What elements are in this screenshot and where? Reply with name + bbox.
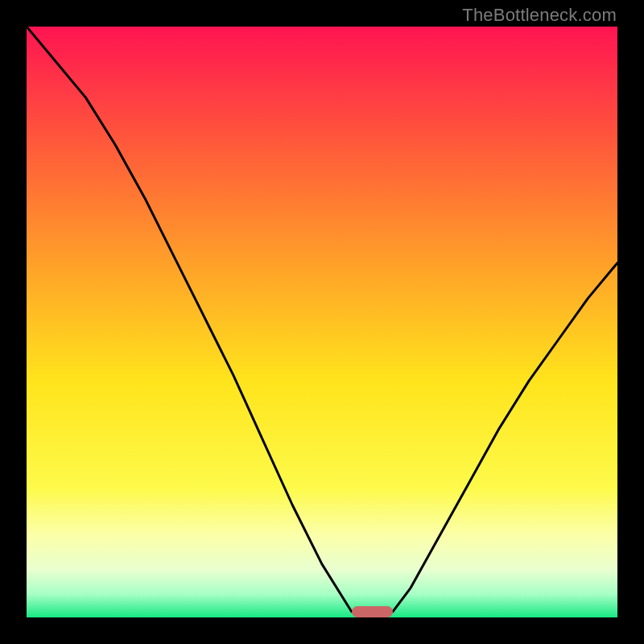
optimum-marker (352, 606, 393, 617)
plot-area (27, 27, 617, 617)
chart-frame: TheBottleneck.com (0, 0, 644, 644)
bottleneck-curve (27, 27, 617, 617)
watermark-text: TheBottleneck.com (462, 5, 617, 26)
